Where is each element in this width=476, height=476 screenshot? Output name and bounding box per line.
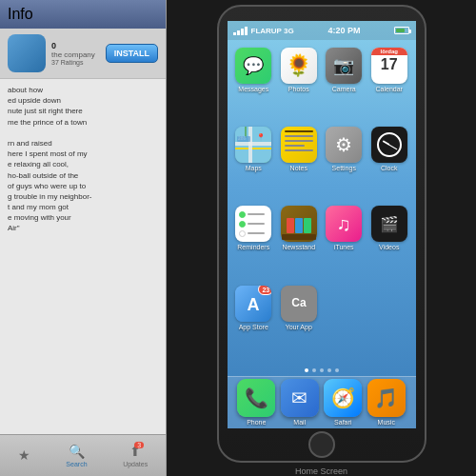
notes-icon: [281, 127, 317, 163]
signal-bar-1: [233, 32, 236, 35]
appstore-icon: A 23: [235, 286, 271, 322]
camera-icon: 📷: [326, 48, 362, 84]
app-item-camera[interactable]: 📷 Camera: [326, 48, 364, 119]
photos-icon: 🌻: [281, 48, 317, 84]
bottom-tab-bar: ★ 🔍 Search ⬆ 3 Updates: [0, 434, 166, 476]
tab-search-label: Search: [66, 461, 87, 467]
app-item-newsstand[interactable]: Newsstand: [280, 206, 318, 277]
yourapp-svg: Ca: [281, 286, 317, 322]
app-ratings: 37 Ratings: [51, 59, 100, 66]
battery-nub: [409, 30, 411, 33]
app-item-yourapp[interactable]: Ca Your App: [280, 286, 318, 357]
page-dot-4: [335, 368, 339, 372]
signal-bar-2: [237, 30, 240, 35]
tab-search[interactable]: 🔍 Search: [66, 444, 87, 467]
status-right: [394, 27, 409, 34]
right-panel: FLARUP 3G 4:20 PM 💬 Me: [167, 0, 476, 476]
calendar-label: Calendar: [376, 86, 403, 92]
page-dot-1: [312, 368, 316, 372]
search-icon: 🔍: [69, 444, 85, 459]
dock-phone[interactable]: 📞 Phone: [237, 379, 275, 426]
home-button-area: [308, 428, 335, 461]
app-grid: 💬 Messages 🌻 Photos 📷 Camera: [228, 40, 416, 365]
app-item-settings[interactable]: ⚙ Settings: [326, 127, 364, 198]
calendar-day: lördag: [371, 48, 407, 55]
dock-music[interactable]: 🎵 Music: [367, 379, 406, 426]
header-title: Info: [8, 6, 33, 23]
notes-label: Notes: [290, 165, 307, 171]
videos-label: Videos: [379, 244, 399, 250]
svg-rect-2: [235, 148, 271, 149]
clock-icon: [371, 127, 407, 163]
appstore-label: App Store: [239, 324, 268, 330]
music-dock-icon: 🎵: [367, 379, 406, 417]
page-dot-0: [305, 368, 308, 372]
dock-mail[interactable]: ✉ Mail: [281, 379, 319, 426]
tab-featured[interactable]: ★: [18, 447, 30, 465]
page-dot-2: [320, 368, 324, 372]
app-info-section: 0 the company 37 Ratings INSTALL: [0, 29, 166, 79]
install-button[interactable]: INSTALL: [106, 44, 158, 63]
svg-rect-7: [237, 136, 250, 142]
app-item-calendar[interactable]: lördag 17 Calendar: [370, 48, 408, 119]
app-item-clock[interactable]: Clock: [370, 127, 408, 198]
dock-safari[interactable]: 🧭 Safari: [324, 379, 362, 426]
app-item-appstore[interactable]: A 23 App Store: [235, 286, 273, 357]
phone-frame: FLARUP 3G 4:20 PM 💬 Me: [217, 5, 426, 463]
calendar-icon: lördag 17: [371, 48, 407, 84]
app-meta: 0 the company 37 Ratings: [51, 41, 100, 66]
battery-icon: [394, 27, 409, 34]
itunes-label: iTunes: [334, 244, 354, 250]
time-label: 4:20 PM: [328, 26, 361, 35]
app-item-photos[interactable]: 🌻 Photos: [280, 48, 318, 119]
messages-label: Messages: [238, 86, 268, 92]
maps-svg: 📍 280: [235, 127, 271, 163]
page-dot-3: [327, 368, 331, 372]
svg-text:A: A: [248, 295, 260, 314]
status-bar: FLARUP 3G 4:20 PM: [228, 21, 416, 40]
yourapp-icon: Ca: [281, 286, 317, 322]
yourapp-label: Your App: [286, 324, 312, 330]
app-item-maps[interactable]: 📍 280 Maps: [235, 127, 273, 198]
svg-text:Ca: Ca: [291, 296, 307, 309]
app-description: about how ed upside down nute just sit r…: [0, 79, 166, 434]
app-item-itunes[interactable]: ♫ iTunes: [326, 206, 364, 277]
app-item-reminders[interactable]: Reminders: [235, 206, 273, 277]
signal-bars: [233, 27, 248, 35]
signal-bar-3: [241, 29, 244, 35]
mail-dock-label: Mail: [293, 419, 306, 426]
clock-face: [377, 132, 402, 157]
app-icon: [8, 34, 46, 72]
reminders-icon: [235, 206, 271, 242]
safari-dock-label: Safari: [334, 419, 351, 426]
phone-dock-label: Phone: [247, 419, 266, 426]
carrier-label: FLARUP: [251, 27, 282, 35]
settings-label: Settings: [332, 165, 356, 171]
maps-icon: 📍 280: [235, 127, 271, 163]
itunes-icon: ♫: [326, 206, 362, 242]
app-item-messages[interactable]: 💬 Messages: [235, 48, 273, 119]
camera-label: Camera: [332, 86, 356, 92]
clock-label: Clock: [381, 165, 398, 171]
newsstand-icon: [281, 206, 317, 242]
messages-icon: 💬: [235, 48, 271, 84]
battery-fill: [396, 29, 405, 32]
tab-updates[interactable]: ⬆ 3 Updates: [123, 444, 148, 467]
phone-screen: FLARUP 3G 4:20 PM 💬 Me: [228, 21, 416, 428]
svg-text:📍: 📍: [256, 132, 266, 142]
app-item-notes[interactable]: Notes: [280, 127, 318, 198]
phone-dock: 📞 Phone ✉ Mail 🧭 Safari: [228, 376, 416, 428]
app-item-videos[interactable]: 🎬 Videos: [370, 206, 408, 277]
app-company: the company: [51, 50, 100, 59]
reminders-label: Reminders: [237, 244, 269, 250]
tab-updates-label: Updates: [123, 461, 148, 467]
signal-bar-4: [245, 27, 248, 35]
phone-dock-icon: 📞: [237, 379, 275, 417]
app-name: 0: [51, 41, 100, 50]
app-store-header: Info: [0, 0, 166, 29]
star-icon: ★: [18, 447, 30, 463]
svg-rect-3: [248, 127, 252, 163]
safari-dock-icon: 🧭: [324, 379, 362, 417]
svg-rect-1: [235, 142, 271, 146]
home-button[interactable]: [308, 431, 335, 458]
